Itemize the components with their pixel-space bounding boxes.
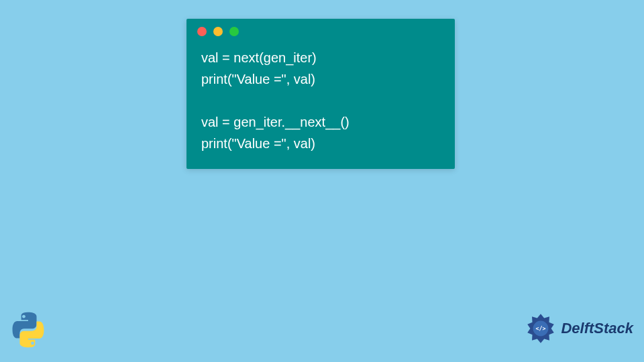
delftstack-badge-icon: </> xyxy=(523,311,558,346)
close-icon xyxy=(197,27,207,36)
code-line: val = next(gen_iter) xyxy=(201,50,317,65)
python-logo-icon xyxy=(8,310,48,350)
brand-name: DelftStack xyxy=(561,320,633,337)
code-line: print("Value =", val) xyxy=(201,72,315,86)
svg-text:</>: </> xyxy=(536,325,546,332)
delftstack-logo: </> DelftStack xyxy=(523,311,633,346)
window-controls xyxy=(186,19,455,42)
code-line: print("Value =", val) xyxy=(201,136,315,151)
code-line: val = gen_iter.__next__() xyxy=(201,115,350,129)
minimize-icon xyxy=(213,27,223,36)
code-window: val = next(gen_iter) print("Value =", va… xyxy=(186,19,455,169)
code-content: val = next(gen_iter) print("Value =", va… xyxy=(186,42,455,169)
maximize-icon xyxy=(229,27,239,36)
